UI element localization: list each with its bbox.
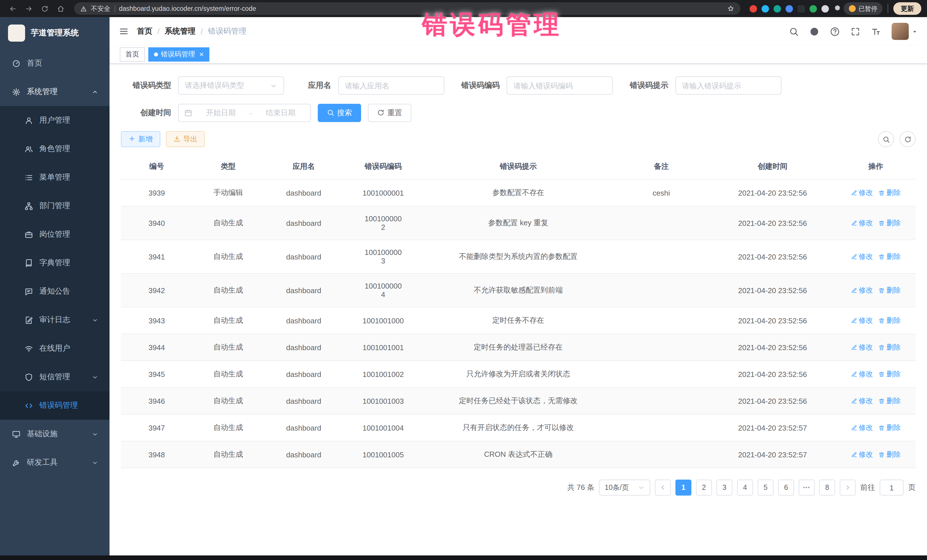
extension-icon[interactable]: [821, 5, 829, 12]
browser-update-button[interactable]: 更新: [894, 2, 921, 15]
sidebar-item-sms-management[interactable]: 短信管理: [0, 363, 109, 391]
edit-link[interactable]: 修改: [851, 396, 873, 406]
sidebar-item-error-code-management[interactable]: 错误码管理: [0, 391, 109, 420]
table-row: 3946自动生成dashboard1001001003定时任务已经处于该状态，无…: [121, 388, 916, 414]
bookmark-star-icon[interactable]: [727, 5, 734, 12]
page-button-3[interactable]: 3: [716, 480, 732, 496]
cell-hint: CRON 表达式不正确: [423, 442, 614, 467]
sidebar-item-dept-management[interactable]: 部门管理: [0, 191, 109, 220]
reload-icon[interactable]: [38, 2, 51, 15]
back-icon[interactable]: [6, 2, 20, 15]
home-icon[interactable]: [54, 2, 67, 15]
prev-page-button[interactable]: [655, 480, 671, 496]
sidebar-item-dev-tools[interactable]: 研发工具: [0, 448, 109, 477]
tab-error-code-management[interactable]: 错误码管理✕: [148, 47, 210, 62]
search-icon[interactable]: [789, 27, 799, 36]
page-button-8[interactable]: 8: [819, 480, 835, 496]
help-icon[interactable]: [830, 27, 840, 36]
sidebar-item-label: 在线用户: [40, 343, 109, 354]
forward-icon[interactable]: [22, 2, 35, 15]
sidebar-item-audit-log[interactable]: 审计日志: [0, 306, 109, 334]
breadcrumb-item[interactable]: 首页: [137, 26, 152, 36]
sidebar-item-menu-management[interactable]: 菜单管理: [0, 163, 109, 191]
delete-link[interactable]: 删除: [879, 423, 901, 433]
url-text: dashboard.yudao.iocoder.cn/system/error-…: [119, 5, 256, 12]
delete-link[interactable]: 删除: [879, 396, 901, 406]
sidebar-item-post-management[interactable]: 岗位管理: [0, 220, 109, 249]
column-header: 备注: [614, 154, 709, 179]
error-code-input[interactable]: [506, 76, 613, 95]
extension-icon[interactable]: [774, 5, 781, 12]
trash-icon: [879, 451, 885, 458]
delete-link[interactable]: 删除: [879, 450, 901, 459]
app-logo[interactable]: 芋道管理系统: [0, 17, 109, 49]
trash-icon: [879, 397, 885, 405]
edit-link[interactable]: 修改: [851, 343, 873, 352]
caret-down-icon: [912, 28, 918, 35]
error-code-type-select[interactable]: 请选择错误码类型: [178, 76, 284, 95]
sidebar-item-dict-management[interactable]: 字典管理: [0, 249, 109, 277]
delete-link[interactable]: 删除: [879, 316, 901, 325]
sidebar-item-role-management[interactable]: 角色管理: [0, 135, 109, 163]
edit-link[interactable]: 修改: [851, 423, 873, 433]
page-button-6[interactable]: 6: [778, 480, 794, 496]
sidebar-item-home[interactable]: 首页: [0, 49, 109, 77]
page-button-4[interactable]: 4: [737, 480, 753, 496]
add-button[interactable]: 新增: [121, 131, 160, 147]
breadcrumb-item[interactable]: 系统管理: [165, 26, 196, 36]
page-button-5[interactable]: 5: [758, 480, 774, 496]
edit-link[interactable]: 修改: [851, 188, 873, 197]
extensions-puzzle-icon[interactable]: [833, 5, 842, 12]
delete-link[interactable]: 删除: [879, 188, 901, 197]
refresh-table-button[interactable]: [900, 131, 916, 147]
range-separator: -: [249, 109, 252, 117]
sidebar-item-system-management[interactable]: 系统管理: [0, 77, 109, 106]
edit-icon: [851, 189, 857, 197]
close-icon[interactable]: ✕: [199, 51, 204, 58]
extension-icon[interactable]: [761, 5, 769, 12]
app-name-input[interactable]: [338, 76, 444, 95]
edit-link[interactable]: 修改: [851, 316, 873, 325]
create-time-range-picker[interactable]: 开始日期 - 结束日期: [178, 104, 311, 122]
goto-page-input[interactable]: [880, 480, 904, 496]
delete-link[interactable]: 删除: [879, 218, 901, 228]
delete-link[interactable]: 删除: [879, 369, 901, 379]
page-button-1[interactable]: 1: [675, 480, 691, 496]
edit-link[interactable]: 修改: [851, 450, 873, 459]
table-row: 3941自动生成dashboard100100000 3不能删除类型为系统内置的…: [121, 240, 916, 274]
sidebar-toggle-icon[interactable]: [119, 26, 129, 36]
toggle-search-button[interactable]: [878, 131, 894, 147]
extension-icon[interactable]: [798, 5, 805, 12]
dashboard-icon: [11, 59, 21, 68]
page-size-select[interactable]: 10条/页: [599, 480, 650, 496]
sidebar-item-user-management[interactable]: 用户管理: [0, 106, 109, 135]
edit-link[interactable]: 修改: [851, 252, 873, 261]
edit-link[interactable]: 修改: [851, 218, 873, 228]
search-button[interactable]: 搜索: [318, 104, 361, 122]
font-size-icon[interactable]: [871, 27, 881, 36]
sidebar-item-online-users[interactable]: 在线用户: [0, 334, 109, 363]
user-menu[interactable]: [892, 23, 918, 40]
next-page-button[interactable]: [840, 480, 856, 496]
reset-button[interactable]: 重置: [368, 104, 411, 122]
extension-icon[interactable]: [749, 5, 757, 12]
page-button-2[interactable]: 2: [696, 480, 712, 496]
delete-link[interactable]: 删除: [879, 285, 901, 295]
delete-link[interactable]: 删除: [879, 252, 901, 261]
edit-link[interactable]: 修改: [851, 369, 873, 379]
github-icon[interactable]: [810, 27, 819, 36]
edit-link[interactable]: 修改: [851, 285, 873, 295]
sidebar-item-notice-announcement[interactable]: 通知公告: [0, 277, 109, 306]
address-bar[interactable]: 不安全 dashboard.yudao.iocoder.cn/system/er…: [74, 2, 740, 15]
pagination-ellipsis[interactable]: •••: [799, 480, 815, 496]
profile-paused-badge[interactable]: 已暂停: [844, 2, 883, 15]
sidebar-item-infrastructure[interactable]: 基础设施: [0, 420, 109, 448]
tab-home[interactable]: 首页: [120, 47, 145, 62]
delete-link[interactable]: 删除: [879, 343, 901, 352]
extension-icon[interactable]: [786, 5, 793, 12]
fullscreen-icon[interactable]: [851, 27, 860, 36]
extension-icon[interactable]: [810, 5, 817, 12]
table-row: 3939手动编辑dashboard1001000001参数配置不存在ceshi2…: [121, 180, 916, 206]
error-hint-input[interactable]: [675, 76, 781, 95]
export-button[interactable]: 导出: [166, 131, 205, 147]
